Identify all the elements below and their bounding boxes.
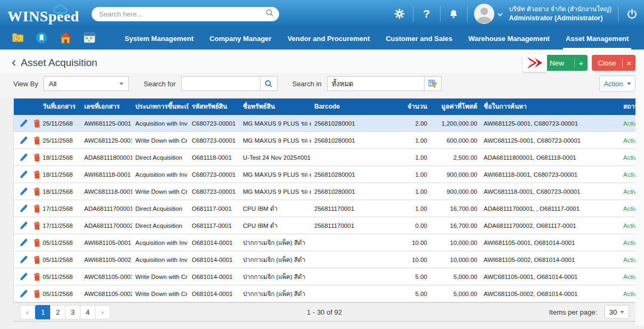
column-header[interactable]: ชื่อทรัพย์สิน (240, 98, 311, 115)
column-header[interactable]: สถานะ (602, 98, 635, 115)
column-header[interactable]: จำนวน (389, 98, 430, 115)
delete-icon[interactable] (34, 290, 39, 298)
column-header[interactable]: เลขที่เอกสาร (81, 98, 132, 115)
delete-icon[interactable] (34, 204, 39, 213)
view-by-label: View By (13, 80, 38, 88)
notifications-bell-icon[interactable] (447, 9, 461, 19)
close-x-icon[interactable]: × (623, 59, 635, 68)
column-header[interactable]: ชื่อในการค้นหา (480, 98, 602, 115)
table-row[interactable]: 05/11/2568AWI681105-0002Acquisition with… (14, 251, 635, 268)
cell-asset-code: O681014-0001 (189, 268, 240, 285)
nav-item-asset-management[interactable]: Asset Management (558, 28, 637, 50)
nav-item-system-management[interactable]: System Management (117, 28, 201, 50)
table-row[interactable]: 18/11/2568ADA68111800001Direct Acquisiti… (14, 149, 635, 166)
edit-icon[interactable] (20, 273, 28, 281)
page-button-4[interactable]: 4 (80, 305, 95, 319)
search-for-button[interactable] (260, 76, 278, 91)
edit-icon[interactable] (20, 187, 28, 195)
title-row: ‹ Asset Acquisition New + Close × (0, 50, 644, 73)
cell-search-name: AWC681118-0001, C680723-00001 (480, 183, 602, 200)
cell-date: 25/11/2568 (39, 115, 81, 131)
scroll-gutter[interactable] (635, 50, 644, 326)
column-header[interactable]: วันที่เอกสาร (39, 98, 81, 115)
table-row[interactable]: 18/11/2568AWI681118-0001Acquisition with… (14, 166, 635, 183)
cell-doc-no: AWC681125-0001 (81, 132, 132, 149)
search-for-input[interactable] (181, 76, 260, 91)
nav-item-warehouse-management[interactable]: Warehouse Management (460, 28, 558, 50)
chevron-down-icon (498, 9, 503, 19)
delete-icon[interactable] (34, 221, 39, 230)
edit-icon[interactable] (20, 221, 28, 229)
table-row[interactable]: 17/11/2568ADA68111700002Direct Acquisiti… (14, 217, 635, 234)
help-icon[interactable]: ? (420, 7, 434, 20)
nav-item-customer-and-sales[interactable]: Customer and Sales (378, 28, 460, 50)
edit-icon[interactable] (20, 119, 28, 127)
cell-asset-code: O681117-0001 (189, 217, 240, 234)
table-row[interactable]: 18/11/2568AWC681118-0001Write Down with … (14, 183, 635, 200)
global-search-input[interactable] (99, 10, 265, 18)
edit-icon[interactable] (20, 290, 28, 298)
column-header[interactable]: Barcode (311, 98, 389, 115)
delete-icon[interactable] (34, 153, 39, 162)
search-icon[interactable] (265, 9, 274, 19)
next-page-button[interactable]: › (95, 305, 110, 319)
column-filter-icon[interactable] (424, 76, 442, 91)
nav-item-vendor-and-procurement[interactable]: Vendor and Procurement (280, 28, 378, 50)
bookmark-icon[interactable] (36, 32, 47, 46)
calendar-icon[interactable] (84, 32, 95, 45)
table-row[interactable]: 05/11/2568AWC681105-0002Write Down with … (14, 285, 635, 302)
action-button[interactable]: Action (599, 76, 635, 92)
cell-type: Acquisition with Inv (132, 251, 189, 268)
delete-icon[interactable] (34, 187, 39, 196)
nav-item-company-manager[interactable]: Company Manager (201, 28, 279, 50)
delete-icon[interactable] (34, 256, 39, 264)
items-per-page-select[interactable]: 30 (605, 305, 629, 319)
delete-icon[interactable] (34, 136, 39, 145)
range-text: 1 - 30 of 92 (307, 308, 342, 316)
avatar[interactable] (474, 4, 494, 24)
delete-icon[interactable] (34, 238, 39, 247)
action-button-label: Action (604, 80, 623, 88)
edit-icon[interactable] (20, 238, 28, 246)
edit-icon[interactable] (20, 204, 28, 212)
column-header[interactable]: รหัสทรัพย์สิน (189, 98, 240, 115)
column-header[interactable]: มูลค่าที่โพสต์ (430, 98, 480, 115)
user-menu[interactable]: บริษัท ตัวอย่าง จำกัด (สำนักงานใหญ่) Adm… (474, 4, 612, 24)
edit-icon[interactable] (20, 153, 28, 161)
delete-icon[interactable] (34, 170, 39, 179)
cell-date: 25/11/2568 (39, 132, 81, 149)
prev-page-button[interactable]: ‹ (20, 305, 35, 319)
delete-icon[interactable] (34, 273, 39, 281)
table-row[interactable]: 17/11/2568ADA68111700001Direct Acquisiti… (14, 200, 635, 217)
page-button-1[interactable]: 1 (35, 305, 51, 319)
logout-power-icon[interactable] (625, 9, 639, 20)
page-button-2[interactable]: 2 (50, 305, 66, 319)
page-button-3[interactable]: 3 (65, 305, 80, 319)
new-dropdown-plus-icon[interactable]: + (575, 59, 588, 68)
table-row[interactable]: 25/11/2568AWC681125-0001Write Down with … (14, 132, 635, 149)
cell-doc-no: ADA68111800001 (81, 149, 132, 166)
cell-search-name: AWC681105-0002, O681014-0001 (480, 285, 602, 302)
table-row[interactable]: 05/11/2568AWI681105-0001Acquisition with… (14, 234, 635, 251)
global-search[interactable] (92, 7, 279, 21)
cell-asset-code: C680723-00001 (189, 183, 240, 200)
row-actions (14, 251, 39, 268)
home-icon[interactable] (59, 32, 72, 46)
table-row[interactable]: 05/11/2568AWC681105-0001Write Down with … (14, 268, 635, 285)
recent-files-icon[interactable] (12, 32, 24, 45)
edit-icon[interactable] (20, 170, 28, 178)
close-button[interactable]: Close × (592, 55, 635, 71)
logo[interactable]: WINSpeed (7, 4, 86, 24)
search-in-input[interactable] (327, 76, 424, 91)
cell-type: Write Down with Cr (132, 183, 189, 200)
edit-icon[interactable] (20, 256, 28, 264)
edit-icon[interactable] (20, 136, 28, 144)
nav-item-cash-management[interactable]: Cash Management (637, 28, 644, 50)
cell-type: Write Down with Cr (132, 132, 189, 149)
back-chevron-icon[interactable]: ‹ (12, 56, 16, 70)
delete-icon[interactable] (34, 119, 39, 128)
column-header[interactable]: ประเภทการขึ้นทะเบีย (132, 98, 189, 115)
settings-gear-icon[interactable] (393, 9, 406, 19)
table-row[interactable]: 25/11/2568AWI681125-0001Acquisition with… (14, 115, 635, 132)
view-by-select[interactable]: All (44, 76, 129, 91)
